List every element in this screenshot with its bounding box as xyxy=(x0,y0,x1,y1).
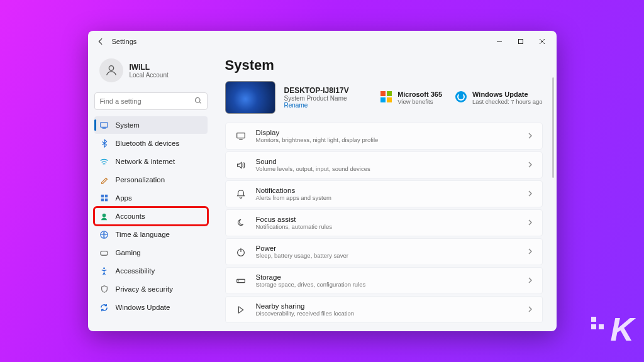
notif-icon xyxy=(235,188,247,200)
svg-point-20 xyxy=(238,280,238,281)
window-controls xyxy=(489,32,553,51)
sidebar-item-timelang[interactable]: Time & language xyxy=(94,226,208,243)
close-button[interactable] xyxy=(531,32,553,51)
sidebar-item-personalization[interactable]: Personalization xyxy=(94,171,208,189)
main-panel: System DESKTOP-IJ8I17V System Product Na… xyxy=(214,52,557,331)
back-button[interactable] xyxy=(96,36,106,47)
chevron-right-icon xyxy=(527,190,533,199)
network-icon xyxy=(99,156,109,167)
sidebar-item-winupdate[interactable]: Windows Update xyxy=(94,299,208,316)
sidebar-item-network[interactable]: Network & internet xyxy=(94,153,208,170)
sidebar-item-accessibility[interactable]: Accessibility xyxy=(94,262,208,280)
sidebar-item-label: System xyxy=(116,121,140,129)
settings-item-nearby[interactable]: Nearby sharingDiscoverability, received … xyxy=(225,296,543,323)
settings-item-subtitle: Notifications, automatic rules xyxy=(256,223,332,230)
sidebar-item-gaming[interactable]: Gaming xyxy=(94,244,208,261)
settings-item-title: Display xyxy=(256,129,379,136)
settings-item-title: Focus assist xyxy=(256,216,332,223)
svg-point-3 xyxy=(195,97,200,102)
maximize-button[interactable] xyxy=(510,32,531,51)
m365-sub: View benefits xyxy=(397,98,442,105)
sidebar-item-label: Accessibility xyxy=(116,267,155,275)
settings-item-storage[interactable]: StorageStorage space, drives, configurat… xyxy=(225,267,543,294)
svg-line-4 xyxy=(199,102,201,103)
m365-badge[interactable]: Microsoft 365 View benefits xyxy=(380,90,442,105)
svg-point-14 xyxy=(103,267,105,269)
settings-item-subtitle: Sleep, battery usage, battery saver xyxy=(256,252,348,259)
settings-item-sound[interactable]: SoundVolume levels, output, input, sound… xyxy=(225,151,543,178)
device-product: System Product Name xyxy=(284,95,349,102)
system-icon xyxy=(99,120,109,130)
settings-item-subtitle: Storage space, drives, configuration rul… xyxy=(256,281,366,288)
chevron-right-icon xyxy=(527,219,533,228)
sidebar-item-system[interactable]: System xyxy=(94,116,208,134)
sound-icon xyxy=(235,159,247,172)
sidebar-item-label: Time & language xyxy=(116,231,170,238)
personalization-icon xyxy=(99,175,109,185)
sidebar-item-label: Accounts xyxy=(116,212,145,220)
settings-item-notif[interactable]: NotificationsAlerts from apps and system xyxy=(225,180,543,207)
titlebar: Settings xyxy=(88,31,557,52)
chevron-right-icon xyxy=(527,132,533,141)
window-title: Settings xyxy=(112,38,137,45)
svg-point-2 xyxy=(109,66,113,70)
settings-item-display[interactable]: DisplayMonitors, brightness, night light… xyxy=(225,123,543,150)
wu-title: Windows Update xyxy=(472,90,542,98)
svg-rect-13 xyxy=(101,251,108,255)
settings-item-subtitle: Alerts from apps and system xyxy=(256,194,331,201)
display-icon xyxy=(235,130,247,143)
svg-point-11 xyxy=(103,213,106,217)
settings-item-title: Storage xyxy=(256,273,366,281)
sidebar-item-accounts[interactable]: Accounts xyxy=(94,207,208,225)
bluetooth-icon xyxy=(99,138,109,148)
search-field[interactable] xyxy=(94,92,208,110)
svg-rect-9 xyxy=(101,199,103,201)
sidebar-item-label: Bluetooth & devices xyxy=(116,140,180,147)
sidebar-item-label: Gaming xyxy=(116,249,141,256)
settings-item-subtitle: Volume levels, output, input, sound devi… xyxy=(256,165,370,172)
windows-update-badge[interactable]: Windows Update Last checked: 7 hours ago xyxy=(455,90,542,105)
sidebar-item-privacy[interactable]: Privacy & security xyxy=(94,280,208,298)
svg-rect-10 xyxy=(104,199,107,201)
search-input[interactable] xyxy=(100,97,191,105)
privacy-icon xyxy=(99,284,109,294)
settings-item-focus[interactable]: Focus assistNotifications, automatic rul… xyxy=(225,209,543,236)
settings-item-subtitle: Discoverability, received files location xyxy=(256,310,355,317)
sidebar-item-apps[interactable]: Apps xyxy=(94,189,208,207)
settings-item-title: Sound xyxy=(256,158,370,165)
winupdate-icon xyxy=(99,302,109,312)
svg-rect-1 xyxy=(518,40,523,44)
scrollbar[interactable] xyxy=(552,77,554,178)
chevron-right-icon xyxy=(527,305,533,314)
settings-item-title: Notifications xyxy=(256,187,331,194)
sidebar-item-bluetooth[interactable]: Bluetooth & devices xyxy=(94,134,208,152)
sidebar: IWiLL Local Account SystemBluetooth & de… xyxy=(88,52,214,331)
nav-list: SystemBluetooth & devicesNetwork & inter… xyxy=(94,116,208,316)
sidebar-item-label: Windows Update xyxy=(116,304,170,311)
svg-rect-15 xyxy=(236,133,245,138)
svg-rect-19 xyxy=(236,279,245,282)
device-thumbnail xyxy=(225,81,275,114)
minimize-button[interactable] xyxy=(489,32,510,51)
settings-item-subtitle: Monitors, brightness, night light, displ… xyxy=(256,136,379,143)
account-header[interactable]: IWiLL Local Account xyxy=(94,55,208,89)
chevron-right-icon xyxy=(527,277,533,285)
avatar-icon xyxy=(99,58,123,82)
sidebar-item-label: Network & internet xyxy=(116,158,175,165)
svg-rect-7 xyxy=(101,195,103,197)
wu-sub: Last checked: 7 hours ago xyxy=(472,98,542,105)
sidebar-item-label: Privacy & security xyxy=(116,285,173,293)
m365-icon xyxy=(380,90,392,103)
svg-rect-8 xyxy=(104,195,107,197)
system-info-row: DESKTOP-IJ8I17V System Product Name Rena… xyxy=(225,81,543,114)
gaming-icon xyxy=(99,248,109,258)
svg-rect-5 xyxy=(101,122,108,127)
accounts-icon xyxy=(99,211,109,221)
accessibility-icon xyxy=(99,266,109,276)
chevron-right-icon xyxy=(527,248,533,256)
settings-item-power[interactable]: PowerSleep, battery usage, battery saver xyxy=(225,238,543,265)
chevron-right-icon xyxy=(527,161,533,170)
settings-item-title: Nearby sharing xyxy=(256,302,355,310)
rename-link[interactable]: Rename xyxy=(284,102,349,109)
m365-title: Microsoft 365 xyxy=(397,90,442,98)
